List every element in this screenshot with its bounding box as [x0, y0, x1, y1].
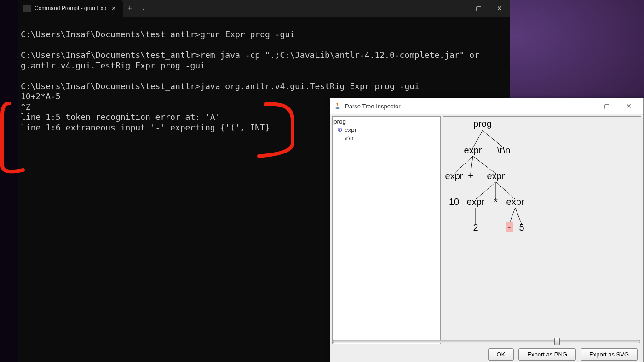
tree-node-prog[interactable]: prog: [334, 118, 439, 126]
svg-text:*: *: [494, 197, 498, 207]
svg-text:10: 10: [449, 197, 459, 207]
svg-text:2: 2: [473, 222, 478, 232]
svg-text:-: -: [508, 222, 511, 232]
close-button[interactable]: ✕: [489, 0, 510, 17]
svg-text:prog: prog: [473, 119, 492, 129]
tree-pane[interactable]: prog ⊕expr \r\n: [332, 116, 441, 344]
terminal-line: C:\Users\Insaf\Documents\test_antlr>grun…: [21, 29, 295, 39]
tab-title: Command Prompt - grun Exp: [34, 5, 106, 11]
maximize-button[interactable]: ▢: [468, 0, 489, 17]
export-svg-button[interactable]: Export as SVG: [581, 348, 638, 361]
svg-text:expr: expr: [487, 171, 505, 181]
parse-tree-svg: prog expr \r\n expr + expr 10 expr * exp…: [443, 117, 641, 328]
slider-thumb[interactable]: [554, 338, 560, 345]
tab-close-icon[interactable]: ×: [110, 5, 117, 12]
svg-text:expr: expr: [445, 171, 463, 181]
expand-icon[interactable]: ⊕: [337, 126, 343, 134]
tab-dropdown-icon[interactable]: ⌄: [137, 0, 150, 17]
terminal-titlebar[interactable]: Command Prompt - grun Exp × + ⌄ — ▢ ✕: [18, 0, 510, 17]
ok-button[interactable]: OK: [488, 348, 514, 361]
terminal-line: line 1:5 token recognition error at: 'A': [21, 112, 220, 122]
inspector-window: Parse Tree Inspector — ▢ ✕ prog ⊕expr \r…: [330, 98, 644, 362]
parse-tree-view[interactable]: prog expr \r\n expr + expr 10 expr * exp…: [443, 116, 641, 344]
inspector-maximize-button[interactable]: ▢: [596, 99, 617, 113]
inspector-footer: OK Export as PNG Export as SVG: [330, 346, 643, 362]
terminal-line: line 1:6 extraneous input '-' expecting …: [21, 123, 270, 132]
tree-node-expr[interactable]: ⊕expr: [334, 126, 439, 134]
terminal-line: C:\Users\Insaf\Documents\test_antlr>java…: [21, 81, 420, 91]
svg-text:expr: expr: [464, 145, 482, 155]
svg-text:expr: expr: [467, 197, 485, 207]
terminal-tab[interactable]: Command Prompt - grun Exp ×: [18, 0, 123, 17]
slider-track: [333, 340, 640, 343]
inspector-titlebar[interactable]: Parse Tree Inspector — ▢ ✕: [330, 98, 643, 114]
zoom-slider[interactable]: [333, 338, 640, 344]
terminal-line: 10+2*A-5: [21, 91, 61, 101]
svg-text:expr: expr: [506, 197, 524, 207]
export-png-button[interactable]: Export as PNG: [518, 348, 576, 361]
java-icon: [334, 102, 341, 110]
inspector-minimize-button[interactable]: —: [574, 99, 595, 113]
minimize-button[interactable]: —: [447, 0, 468, 17]
inspector-title: Parse Tree Inspector: [345, 103, 401, 110]
terminal-line: C:\Users\Insaf\Documents\test_antlr>rem …: [21, 50, 479, 60]
svg-text:+: +: [468, 171, 473, 181]
svg-text:5: 5: [519, 222, 524, 232]
svg-text:\r\n: \r\n: [497, 145, 511, 155]
terminal-line: ^Z: [21, 102, 31, 112]
cmd-icon: [23, 5, 31, 12]
new-tab-button[interactable]: +: [123, 0, 137, 17]
svg-line-10: [509, 208, 515, 224]
terminal-line: g.antlr.v4.gui.TestRig Expr prog -gui: [21, 61, 205, 70]
svg-line-11: [515, 208, 522, 224]
tree-node-newline[interactable]: \r\n: [334, 134, 439, 142]
inspector-close-button[interactable]: ✕: [618, 99, 639, 113]
